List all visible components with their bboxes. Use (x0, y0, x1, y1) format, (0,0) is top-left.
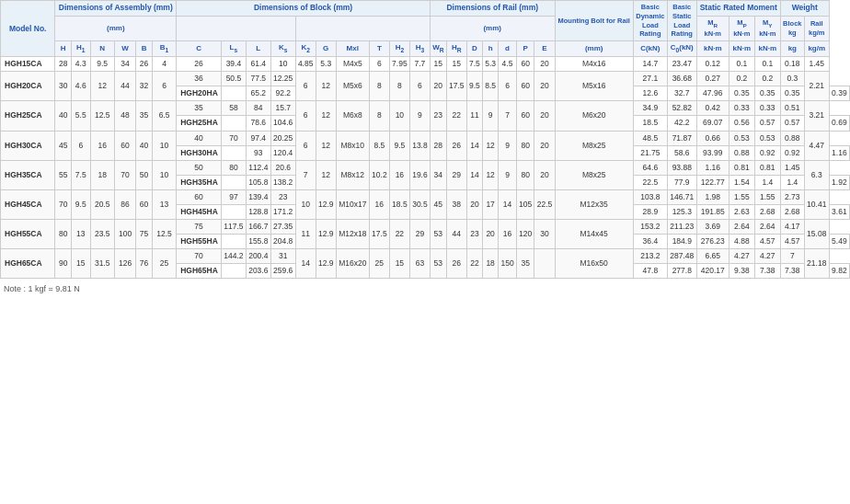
col-WR: WR (430, 41, 446, 57)
table-row: HGH15CA 28 4.3 9.5 34 26 4 26 39.4 61.4 … (1, 57, 850, 72)
dim-rail-header: Dimensions of Rail (mm) (430, 1, 555, 17)
static-moment-header: Static Rated Moment (696, 1, 780, 17)
mp-header: MPkN·m (729, 16, 754, 40)
basic-dynamic-header: BasicDynamicLoadRating (633, 1, 667, 41)
col-block-wt: kg (780, 41, 804, 57)
dimensions-table: Model No. Dimensions of Assembly (mm) Di… (0, 0, 850, 279)
col-E: E (534, 41, 555, 57)
block-sub2 (295, 16, 430, 40)
mounting-bolt-header: Mounting Bolt for Rail (555, 1, 633, 41)
model-name-b: HGH25HA (177, 116, 222, 131)
table-row: HGH55CA 80 13 23.5 100 75 12.5 75 117.5 … (1, 219, 850, 234)
col-C0: C0(kN) (667, 41, 696, 57)
block-weight-header: Blockkg (780, 16, 804, 40)
col-W: W (114, 41, 135, 57)
col-Ks: Ks (270, 41, 295, 57)
col-mounting: (mm) (555, 41, 633, 57)
table-row: HGH25CA 40 5.5 12.5 48 35 6.5 35 58 84 1… (1, 101, 850, 116)
table-row: HGH45CA 70 9.5 20.5 86 60 13 60 97 139.4… (1, 189, 850, 204)
model-group: HGH25CA (1, 101, 55, 131)
col-L: L (246, 41, 270, 57)
main-container: Model No. Dimensions of Assembly (mm) Di… (0, 0, 850, 299)
model-name-b: HGH55HA (177, 234, 222, 248)
weight-header: Weight (780, 1, 829, 17)
col-T: T (369, 41, 389, 57)
col-H3: H3 (409, 41, 430, 57)
col-H2: H2 (389, 41, 409, 57)
col-H1: H1 (72, 41, 91, 57)
note: Note : 1 kgf = 9.81 N (0, 279, 850, 299)
my-header: MYkN·m (754, 16, 780, 40)
basic-static-header: BasicStaticLoadRating (667, 1, 696, 41)
table-row: HGH30CA 45 6 16 60 40 10 40 70 97.4 20.2… (1, 131, 850, 145)
col-h: h (483, 41, 499, 57)
rail-weight-header: Railkg/m (804, 16, 829, 40)
model-name-b: HGH30HA (177, 145, 222, 160)
model-group: HGH45CA (1, 189, 55, 219)
col-N: N (90, 41, 114, 57)
block-sub1 (177, 16, 295, 40)
col-MR: kN·m (696, 41, 729, 57)
model-group: HGH65CA (1, 248, 55, 278)
model-group: HGH30CA (1, 131, 55, 160)
col-d: d (499, 41, 517, 57)
model-no-header: Model No. (1, 1, 55, 57)
col-B1: B1 (152, 41, 176, 57)
col-C: C(kN) (633, 41, 667, 57)
col-G: G (316, 41, 336, 57)
dim-assembly-header: Dimensions of Assembly (mm) (55, 1, 177, 17)
assembly-sub: (mm) (55, 16, 177, 40)
model-name-b: HGH20HA (177, 86, 222, 101)
model-group: HGH35CA (1, 160, 55, 189)
col-D: D (466, 41, 482, 57)
model-name-b: HGH35HA (177, 175, 222, 189)
col-Ls: Ls (221, 41, 246, 57)
col-rail-wt: kg/m (804, 41, 829, 57)
model-name: HGH15CA (1, 57, 55, 72)
col-K2: K2 (295, 41, 316, 57)
table-row: HGH20CA 30 4.6 12 44 32 6 36 50.5 77.5 1… (1, 72, 850, 86)
table-row: HGH65CA 90 15 31.5 126 76 25 70 144.2 20… (1, 248, 850, 263)
model-group: HGH55CA (1, 219, 55, 248)
mr-header: MRkN·m (696, 16, 729, 40)
table-row: HGH35CA 55 7.5 18 70 50 10 50 80 112.4 2… (1, 160, 850, 175)
col-B: B (136, 41, 153, 57)
model-group: HGH20CA (1, 72, 55, 101)
col-HR: HR (446, 41, 466, 57)
col-P: P (516, 41, 534, 57)
col-MY: kN·m (754, 41, 780, 57)
model-name-b: HGH65HA (177, 263, 222, 278)
model-name-b: HGH45HA (177, 204, 222, 219)
col-C: C (177, 41, 222, 57)
col-MP: kN·m (729, 41, 754, 57)
col-Mxl: Mxl (336, 41, 369, 57)
col-H: H (55, 41, 72, 57)
rail-sub: (mm) (430, 16, 555, 40)
dim-block-header: Dimensions of Block (mm) (177, 1, 431, 17)
